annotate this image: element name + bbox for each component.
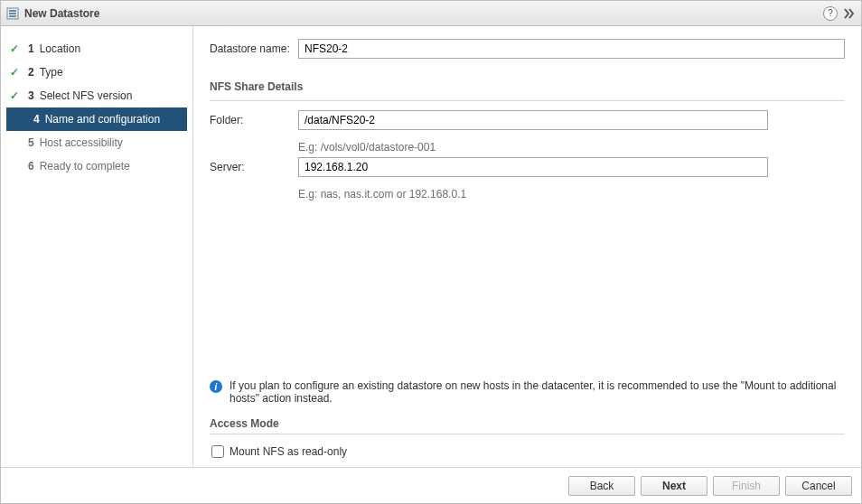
svg-rect-2 (9, 13, 16, 14)
footer: Back Next Finish Cancel (1, 467, 861, 503)
svg-rect-1 (9, 10, 16, 12)
wizard-sidebar: ✓ 1 Location ✓ 2 Type ✓ 3 Select NFS ver… (1, 26, 193, 467)
row-datastore-name: Datastore name: (210, 39, 845, 59)
step-label: Host accessibility (40, 136, 123, 149)
section-nfs-details: Folder: E.g: /vols/vol0/datastore-001 Se… (210, 100, 845, 204)
section-access: Mount NFS as read-only (210, 434, 845, 458)
step-label: Name and configuration (45, 113, 160, 126)
dialog-title: New Datastore (24, 7, 823, 20)
row-folder: Folder: (210, 110, 845, 130)
step-host-access[interactable]: ✓ 5 Host accessibility (1, 131, 192, 154)
cancel-button[interactable]: Cancel (785, 476, 852, 496)
check-icon: ✓ (10, 89, 24, 102)
input-folder[interactable] (298, 110, 768, 130)
row-readonly: Mount NFS as read-only (210, 445, 845, 458)
section-nfs-details-title: NFS Share Details (210, 80, 845, 97)
input-server[interactable] (298, 157, 768, 177)
row-server: Server: (210, 157, 845, 177)
checkbox-readonly[interactable] (211, 445, 224, 458)
info-text: If you plan to configure an existing dat… (230, 379, 845, 405)
spacer (210, 204, 845, 374)
hint-folder: E.g: /vols/vol0/datastore-001 (298, 139, 845, 157)
section-access-title: Access Mode (210, 417, 845, 434)
label-datastore-name: Datastore name: (210, 42, 298, 55)
step-nfs-version[interactable]: ✓ 3 Select NFS version (1, 84, 192, 107)
input-datastore-name[interactable] (298, 39, 845, 59)
step-label: Ready to complete (40, 160, 130, 173)
svg-rect-3 (9, 15, 16, 17)
finish-button: Finish (713, 476, 780, 496)
datastore-icon (6, 7, 19, 20)
dialog-new-datastore: New Datastore ? ✓ 1 Location ✓ 2 Type ✓ … (0, 0, 862, 504)
back-button[interactable]: Back (568, 476, 635, 496)
step-location[interactable]: ✓ 1 Location (1, 37, 192, 61)
titlebar: New Datastore ? (1, 1, 861, 26)
info-icon: i (210, 380, 222, 393)
step-label: Select NFS version (40, 89, 133, 102)
step-ready[interactable]: ✓ 6 Ready to complete (1, 154, 192, 178)
hint-server: E.g: nas, nas.it.com or 192.168.0.1 (298, 186, 845, 204)
step-type[interactable]: ✓ 2 Type (1, 61, 192, 84)
info-row: i If you plan to configure an existing d… (210, 379, 845, 405)
step-name-config[interactable]: ✓ 4 Name and configuration (6, 107, 187, 131)
check-icon: ✓ (10, 66, 24, 79)
step-label: Location (40, 42, 80, 55)
label-folder: Folder: (210, 114, 298, 126)
label-server: Server: (210, 161, 298, 173)
check-icon: ✓ (10, 42, 24, 55)
next-button[interactable]: Next (641, 476, 707, 496)
maximize-icon[interactable] (843, 8, 856, 19)
help-icon[interactable]: ? (823, 6, 838, 21)
content-area: ✓ 1 Location ✓ 2 Type ✓ 3 Select NFS ver… (1, 26, 861, 467)
step-label: Type (40, 66, 63, 79)
label-readonly: Mount NFS as read-only (230, 445, 347, 458)
main-panel: Datastore name: NFS Share Details Folder… (193, 26, 861, 467)
